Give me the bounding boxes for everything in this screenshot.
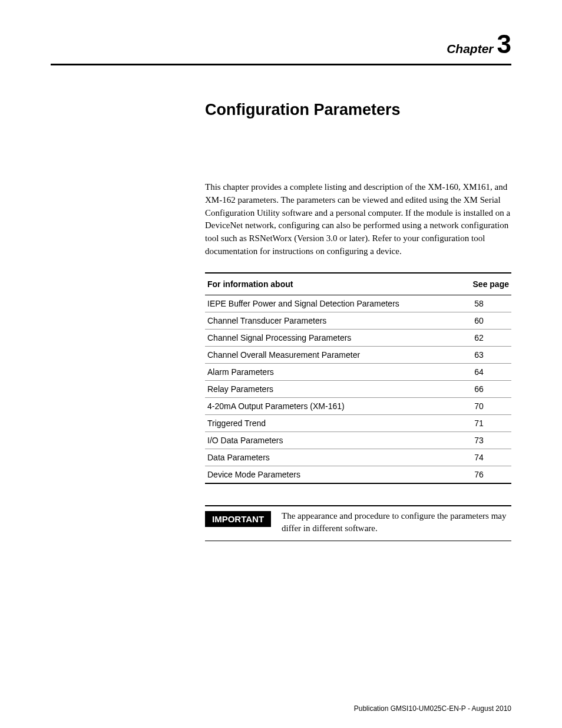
- toc-page: 74: [447, 449, 511, 466]
- table-row: Device Mode Parameters 76: [205, 466, 511, 483]
- toc-page: 70: [447, 397, 511, 414]
- toc-info: I/O Data Parameters: [205, 431, 447, 449]
- toc-page: 58: [447, 295, 511, 312]
- toc-header-page: See page: [447, 273, 511, 295]
- table-row: Data Parameters 74: [205, 449, 511, 466]
- toc-page: 62: [447, 329, 511, 346]
- table-row: I/O Data Parameters 73: [205, 431, 511, 449]
- toc-info: Triggered Trend: [205, 414, 447, 431]
- toc-info: Channel Overall Measurement Parameter: [205, 346, 447, 363]
- toc-table: For information about See page IEPE Buff…: [205, 272, 511, 484]
- important-block: IMPORTANT The appearance and procedure t…: [205, 505, 511, 541]
- toc-info: Alarm Parameters: [205, 363, 447, 380]
- chapter-header: Chapter3: [51, 29, 511, 59]
- table-row: Channel Overall Measurement Parameter 63: [205, 346, 511, 363]
- toc-page: 71: [447, 414, 511, 431]
- table-row: 4-20mA Output Parameters (XM-161) 70: [205, 397, 511, 414]
- table-row: Channel Transducer Parameters 60: [205, 312, 511, 329]
- table-row: Triggered Trend 71: [205, 414, 511, 431]
- toc-page: 73: [447, 431, 511, 449]
- toc-info: Channel Transducer Parameters: [205, 312, 447, 329]
- toc-page: 66: [447, 380, 511, 397]
- table-row: Relay Parameters 66: [205, 380, 511, 397]
- table-row: Channel Signal Processing Parameters 62: [205, 329, 511, 346]
- table-row: IEPE Buffer Power and Signal Detection P…: [205, 295, 511, 312]
- toc-info: Data Parameters: [205, 449, 447, 466]
- page-title: Configuration Parameters: [205, 101, 511, 119]
- toc-body: IEPE Buffer Power and Signal Detection P…: [205, 295, 511, 483]
- toc-page: 63: [447, 346, 511, 363]
- toc-info: IEPE Buffer Power and Signal Detection P…: [205, 295, 447, 312]
- toc-header-row: For information about See page: [205, 273, 511, 295]
- toc-info: Channel Signal Processing Parameters: [205, 329, 447, 346]
- toc-page: 64: [447, 363, 511, 380]
- important-label: IMPORTANT: [205, 511, 271, 527]
- content-area: Configuration Parameters This chapter pr…: [205, 101, 511, 541]
- toc-page: 76: [447, 466, 511, 483]
- important-text: The appearance and procedure to configur…: [282, 510, 511, 535]
- toc-info: 4-20mA Output Parameters (XM-161): [205, 397, 447, 414]
- chapter-number: 3: [497, 29, 511, 58]
- top-rule: [51, 64, 511, 65]
- intro-paragraph: This chapter provides a complete listing…: [205, 181, 511, 258]
- chapter-label: Chapter: [447, 42, 493, 55]
- table-row: Alarm Parameters 64: [205, 363, 511, 380]
- footer-publication: Publication GMSI10-UM025C-EN-P - August …: [354, 704, 511, 713]
- toc-info: Device Mode Parameters: [205, 466, 447, 483]
- toc-page: 60: [447, 312, 511, 329]
- toc-header-info: For information about: [205, 273, 447, 295]
- toc-info: Relay Parameters: [205, 380, 447, 397]
